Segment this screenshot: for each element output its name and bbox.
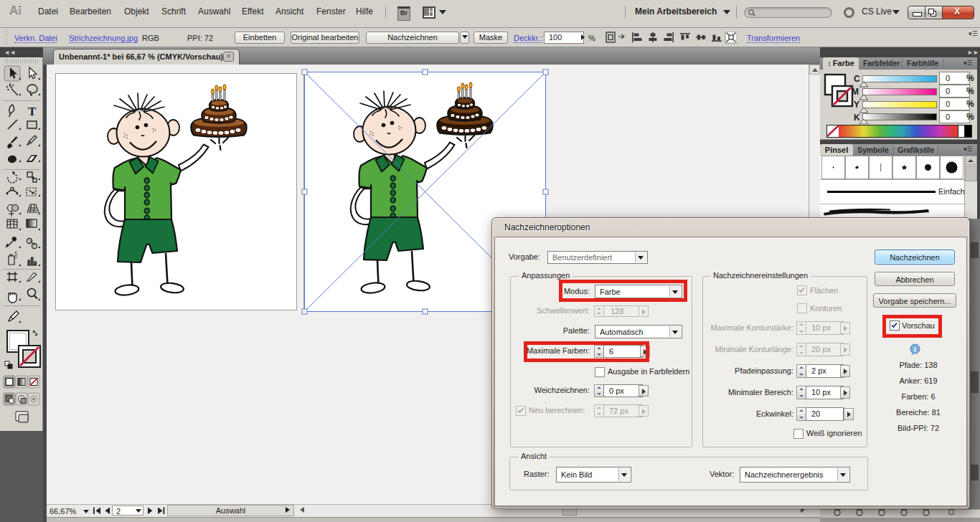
svg-text:i: i bbox=[914, 346, 916, 353]
svg-text:T: T bbox=[28, 105, 37, 118]
